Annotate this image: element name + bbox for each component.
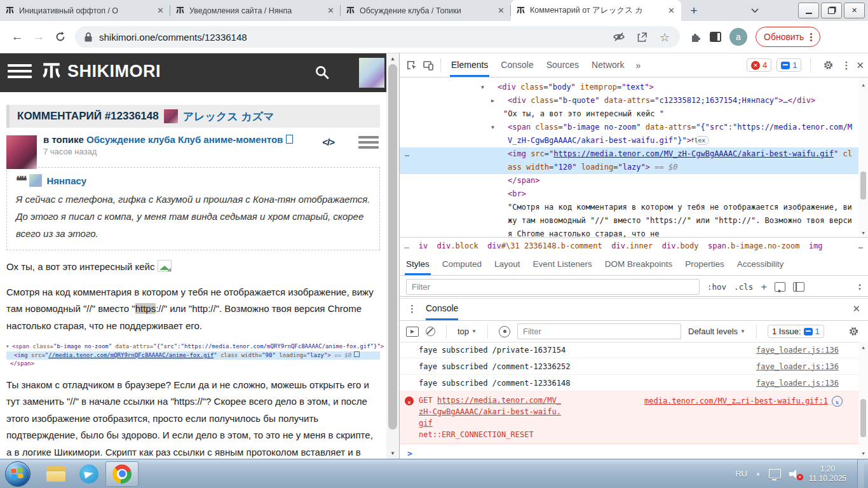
back-button[interactable]: ←: [6, 26, 28, 48]
devtools-tab-elements[interactable]: Elements: [445, 53, 494, 77]
live-expression-icon[interactable]: [499, 326, 510, 337]
scrollbar-thumb[interactable]: [860, 172, 866, 200]
restore-button[interactable]: [821, 3, 842, 18]
device-toolbar-icon[interactable]: [420, 57, 437, 74]
tab-dom-breakpoints[interactable]: DOM Breakpoints: [599, 254, 679, 275]
share-icon[interactable]: [635, 30, 648, 43]
bookmark-star-icon[interactable]: ☆: [658, 30, 671, 43]
clear-console-icon[interactable]: [426, 327, 435, 336]
dom-node-line[interactable]: </span>: [400, 174, 868, 187]
show-desktop-button[interactable]: [857, 459, 864, 488]
source-link[interactable]: faye_loader.js:136: [756, 362, 839, 371]
toggle-hover-state-button[interactable]: :hov: [707, 282, 726, 292]
computed-sidebar-icon[interactable]: [793, 282, 804, 292]
elements-tree[interactable]: ▼<div class="body" itemprop="text"> ▶<di…: [400, 78, 868, 237]
dom-node-line-selected[interactable]: …<img src="https://media.tenor.com/MV_zH…: [400, 147, 868, 174]
settings-gear-icon[interactable]: [820, 57, 836, 74]
network-icon[interactable]: [769, 469, 781, 478]
breadcrumb[interactable]: … iv div.block div#\31 2336148.b-comment…: [405, 241, 823, 250]
scrollbar-thumb[interactable]: [860, 399, 866, 437]
tab-event-listeners[interactable]: Event Listeners: [527, 254, 599, 275]
devtools-tab-network[interactable]: Network: [585, 53, 630, 77]
url-text[interactable]: shikimori.one/comments/12336148: [99, 32, 247, 43]
eye-off-icon[interactable]: [613, 30, 625, 43]
console-messages[interactable]: faye subscribed /private-1637154 faye_lo…: [400, 342, 868, 459]
tab-close-icon[interactable]: ✕: [667, 6, 676, 15]
browser-tab-1[interactable]: Инициативный оффтоп / О ✕: [0, 0, 170, 21]
tab-layout[interactable]: Layout: [488, 254, 527, 275]
scrollbar-thumb[interactable]: [388, 64, 397, 430]
site-brand[interactable]: SHIKIMORI: [41, 60, 161, 83]
dom-text-line[interactable]: "Смотря на код комментария в котором у т…: [400, 201, 868, 237]
scroll-down-icon[interactable]: ▼: [858, 449, 868, 458]
tab-accessibility[interactable]: Accessibility: [731, 254, 790, 275]
new-style-rule-button[interactable]: +: [761, 281, 767, 294]
minimize-button[interactable]: [798, 3, 819, 18]
console-filter-input[interactable]: Filter: [517, 323, 681, 339]
drawer-tab-console[interactable]: Console: [426, 297, 458, 320]
issues-chip[interactable]: 1 Issue:1: [768, 325, 824, 338]
scroll-down-icon[interactable]: ▼: [386, 448, 399, 458]
taskbar-explorer-button[interactable]: [39, 461, 72, 487]
close-button[interactable]: ✕: [844, 3, 865, 18]
console-scrollbar[interactable]: ▲ ▼: [858, 342, 868, 459]
reload-button[interactable]: [50, 26, 71, 48]
styles-filter-input[interactable]: Filter: [406, 279, 700, 295]
language-indicator[interactable]: RU: [735, 469, 747, 478]
drawer-menu-icon[interactable]: ⋮: [407, 303, 417, 315]
site-menu-icon[interactable]: [8, 64, 32, 81]
tab-close-icon[interactable]: ✕: [326, 6, 336, 15]
elements-scrollbar[interactable]: ▲ ▼: [858, 78, 868, 237]
comment-author-link[interactable]: アレックス カズマ: [183, 109, 275, 124]
devtools-close-icon[interactable]: ✕: [856, 60, 864, 71]
profile-avatar[interactable]: a: [729, 28, 747, 46]
comment-avatar[interactable]: [6, 135, 37, 169]
rendering-brush-icon[interactable]: [775, 282, 785, 292]
console-sidebar-icon[interactable]: ▶: [406, 327, 419, 337]
dom-node-line[interactable]: ▼<div class="body" itemprop="text">: [400, 81, 868, 94]
devtools-tab-sources[interactable]: Sources: [540, 53, 585, 77]
scroll-up-icon[interactable]: ▲: [858, 79, 868, 88]
comment-source-icon[interactable]: </>: [322, 137, 334, 147]
error-source-link[interactable]: media.tenor.com/MV_z…ri-best-waifu.gif:1: [644, 395, 828, 407]
tab-computed[interactable]: Computed: [436, 254, 488, 275]
side-panel-icon[interactable]: [710, 32, 721, 42]
tab-search-chevron-icon[interactable]: [747, 3, 763, 18]
tab-properties[interactable]: Properties: [679, 254, 731, 275]
tab-close-icon[interactable]: ✕: [156, 6, 165, 15]
site-search-icon[interactable]: [314, 64, 330, 81]
tab-styles[interactable]: Styles: [400, 254, 436, 275]
dom-node-line[interactable]: ▶<div class="b-quote" data-attrs="c12335…: [400, 94, 868, 107]
scroll-up-icon[interactable]: ▲: [858, 343, 868, 352]
new-tab-button[interactable]: +: [685, 2, 703, 20]
source-link[interactable]: faye_loader.js:136: [756, 379, 839, 388]
inspect-element-icon[interactable]: [403, 57, 420, 74]
extensions-puzzle-icon[interactable]: [689, 30, 702, 43]
toggle-class-button[interactable]: .cls: [734, 282, 753, 292]
quote-author-avatar[interactable]: [29, 174, 42, 187]
throttling-icon[interactable]: ⇅: [832, 396, 843, 407]
taskbar-telegram-button[interactable]: [72, 461, 105, 487]
more-tabs-icon[interactable]: »: [630, 60, 646, 71]
drawer-close-icon[interactable]: ✕: [852, 303, 860, 315]
scroll-down-icon[interactable]: ▼: [858, 227, 868, 236]
breadcrumb-overflow-icon[interactable]: …: [856, 241, 863, 250]
browser-menu-icon[interactable]: [810, 33, 812, 41]
log-levels-selector[interactable]: Default levels▼: [688, 327, 745, 336]
tray-clock[interactable]: 1:20 11.10.2025: [809, 464, 849, 484]
comment-menu-icon[interactable]: [358, 136, 379, 151]
tray-expand-icon[interactable]: ▲: [756, 471, 761, 477]
user-avatar[interactable]: [359, 58, 384, 88]
start-button[interactable]: [5, 461, 31, 487]
page-scrollbar[interactable]: ▲ ▼: [386, 53, 399, 459]
browser-tab-2[interactable]: Уведомления сайта / Нянпа ✕: [170, 0, 341, 21]
row-menu-dots[interactable]: …: [405, 147, 409, 161]
devtools-menu-icon[interactable]: ⋮: [841, 60, 851, 71]
address-bar[interactable]: shikimori.one/comments/12336148 ☆: [75, 26, 680, 48]
dom-node-line[interactable]: <br>: [400, 187, 868, 201]
browser-tab-active[interactable]: Комментарий от アレックス カ ✕: [511, 0, 681, 21]
devtools-tab-console[interactable]: Console: [494, 53, 539, 77]
quote-author-link[interactable]: Нянпасу: [46, 175, 86, 186]
comment-author-avatar-small[interactable]: [164, 109, 178, 123]
taskbar-chrome-button[interactable]: [105, 461, 139, 487]
